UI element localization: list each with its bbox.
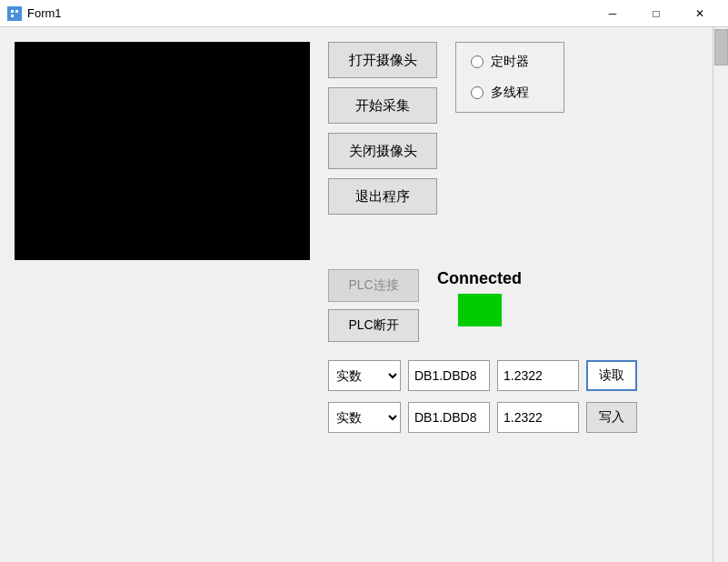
svg-rect-2	[15, 10, 18, 13]
mode-radio-group: 定时器 多线程	[455, 42, 564, 113]
action-buttons: 打开摄像头 开始采集 关闭摄像头 退出程序	[328, 42, 437, 215]
plc-buttons: PLC连接 PLC断开	[328, 269, 419, 342]
app-icon	[7, 6, 22, 21]
scrollbar[interactable]	[713, 27, 728, 562]
timer-label: 定时器	[491, 54, 529, 70]
controls-panel: 打开摄像头 开始采集 关闭摄像头 退出程序 定时器 多线程 PLC连接 P	[328, 42, 713, 547]
write-value-field[interactable]	[497, 402, 579, 433]
start-capture-button[interactable]: 开始采集	[328, 87, 437, 124]
plc-connect-button: PLC连接	[328, 269, 419, 302]
write-button[interactable]: 写入	[586, 402, 637, 433]
camera-panel	[15, 42, 310, 547]
close-button[interactable]: ✕	[679, 0, 721, 27]
multithread-radio[interactable]: 多线程	[471, 85, 549, 101]
camera-view	[15, 42, 310, 260]
title-bar-controls: ─ □ ✕	[592, 0, 721, 27]
read-type-select[interactable]: 实数 整数 字符串	[328, 360, 401, 391]
plc-status-area: Connected	[437, 269, 522, 326]
main-content: 打开摄像头 开始采集 关闭摄像头 退出程序 定时器 多线程 PLC连接 P	[0, 27, 728, 562]
svg-rect-3	[11, 15, 14, 17]
window-title: Form1	[27, 6, 62, 20]
read-address-input[interactable]	[408, 360, 490, 391]
title-bar-left: Form1	[7, 6, 62, 21]
multithread-radio-circle	[471, 86, 484, 99]
data-row-read: 实数 整数 字符串 读取	[328, 360, 713, 391]
timer-radio-circle	[471, 55, 484, 68]
close-camera-button[interactable]: 关闭摄像头	[328, 133, 437, 169]
plc-section: PLC连接 PLC断开 Connected	[328, 269, 713, 342]
minimize-button[interactable]: ─	[592, 0, 633, 27]
exit-program-button[interactable]: 退出程序	[328, 178, 437, 215]
plc-status-text: Connected	[437, 269, 522, 288]
write-address-input[interactable]	[408, 402, 490, 433]
multithread-label: 多线程	[491, 85, 529, 101]
svg-rect-0	[9, 8, 20, 19]
top-buttons-area: 打开摄像头 开始采集 关闭摄像头 退出程序 定时器 多线程	[328, 42, 713, 215]
read-value-field[interactable]	[497, 360, 579, 391]
timer-radio[interactable]: 定时器	[471, 54, 549, 70]
write-type-select[interactable]: 实数 整数 字符串	[328, 402, 401, 433]
open-camera-button[interactable]: 打开摄像头	[328, 42, 437, 78]
plc-status-indicator	[458, 294, 502, 326]
data-row-write: 实数 整数 字符串 写入	[328, 402, 713, 433]
plc-disconnect-button[interactable]: PLC断开	[328, 309, 419, 342]
scrollbar-thumb[interactable]	[714, 29, 728, 65]
maximize-button[interactable]: □	[635, 0, 677, 27]
read-button[interactable]: 读取	[586, 360, 637, 391]
data-section: 实数 整数 字符串 读取 实数 整数 字符串 写入	[328, 360, 713, 433]
title-bar: Form1 ─ □ ✕	[0, 0, 728, 27]
svg-rect-1	[11, 10, 14, 13]
